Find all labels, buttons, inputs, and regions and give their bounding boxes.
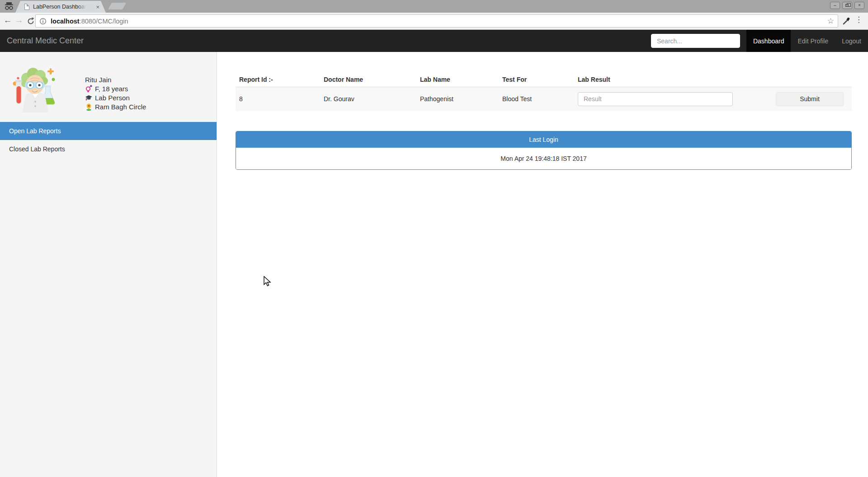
col-report-id: Report Id :- [236,72,320,87]
search-input[interactable] [651,34,740,48]
url-path: :8080/CMC/login [80,18,128,25]
cell-test-for: Blood Test [499,87,574,111]
brand-title[interactable]: Central Medic Center [7,30,84,52]
main-content: Report Id :- Doctor Name Lab Name Test F… [217,52,868,477]
profile-role: Lab Person [95,94,130,102]
nav-item-edit-profile[interactable]: Edit Profile [791,30,835,52]
sidebar-item-closed-lab-reports[interactable]: Closed Lab Reports [0,140,217,158]
forward-icon: → [14,15,24,25]
incognito-icon [4,2,14,11]
browser-tab[interactable]: LabPerson Dashboard × [15,1,106,13]
back-icon[interactable]: ← [2,15,13,25]
table-row: 8 Dr. Gourav Pathogenist Blood Test Subm… [236,87,852,111]
lab-reports-table: Report Id :- Doctor Name Lab Name Test F… [236,72,852,111]
new-tab-button[interactable] [108,3,126,9]
profile-location-row: Ram Bagh Circle [85,102,146,111]
table-header-row: Report Id :- Doctor Name Lab Name Test F… [236,72,852,87]
tab-close-icon[interactable]: × [96,4,99,10]
bookmark-star-icon[interactable]: ☆ [827,16,834,26]
tab-title-fade [78,1,88,13]
col-lab-result: Lab Result [574,72,852,87]
address-bar[interactable]: localhost:8080/CMC/login ☆ [35,14,838,28]
col-test-for: Test For [499,72,574,87]
maximize-button[interactable] [842,2,852,9]
screen: LabPerson Dashboard × – × ← → localh [0,0,868,477]
browser-tabstrip: LabPerson Dashboard × – × [0,0,868,13]
submit-button[interactable]: Submit [776,92,844,106]
restore-icon [845,4,849,7]
cell-report-id: 8 [236,87,320,111]
profile-role-row: Lab Person [85,93,146,102]
lab-result-input[interactable] [578,92,733,106]
cell-lab-name: Pathogenist [416,87,499,111]
sidebar: Ritu Jain F, 18 years [0,52,217,477]
gender-icon [85,85,93,93]
eyedropper-extension-icon[interactable] [842,17,851,27]
profile-gender-age: F, 18 years [95,85,128,93]
sidebar-item-open-lab-reports[interactable]: Open Lab Reports [0,122,217,140]
last-login-value: Mon Apr 24 19:48:18 IST 2017 [236,148,851,169]
sidebar-menu: Open Lab Reports Closed Lab Reports [0,122,217,158]
last-login-panel: Last Login Mon Apr 24 19:48:18 IST 2017 [236,131,852,170]
mouse-cursor [264,276,274,289]
col-lab-name: Lab Name [416,72,499,87]
minimize-button[interactable]: – [830,2,840,9]
nav-item-logout[interactable]: Logout [835,30,868,52]
url-host: localhost [51,18,80,25]
cell-doctor-name: Dr. Gourav [320,87,416,111]
scientist-avatar [11,65,59,112]
browser-menu-icon[interactable]: ⋮ [855,15,863,24]
browser-toolbar: ← → localhost:8080/CMC/login ☆ ⋮ [0,13,868,30]
profile-location: Ram Bagh Circle [95,103,146,111]
profile-card: Ritu Jain F, 18 years [85,75,146,111]
app-navbar: Central Medic Center Dashboard Edit Prof… [0,30,868,52]
profile-name: Ritu Jain [85,76,111,84]
location-pin-icon [85,103,93,111]
page-icon [24,4,29,10]
graduation-cap-icon [85,94,93,102]
nav-item-dashboard[interactable]: Dashboard [746,30,791,52]
close-button[interactable]: × [854,2,864,9]
col-doctor-name: Doctor Name [320,72,416,87]
url-text[interactable]: localhost:8080/CMC/login [51,18,128,25]
profile-gender-row: F, 18 years [85,84,146,93]
last-login-title: Last Login [236,131,851,148]
site-info-icon[interactable] [39,18,47,25]
profile-name-row: Ritu Jain [85,75,146,84]
reload-icon[interactable] [26,17,35,28]
